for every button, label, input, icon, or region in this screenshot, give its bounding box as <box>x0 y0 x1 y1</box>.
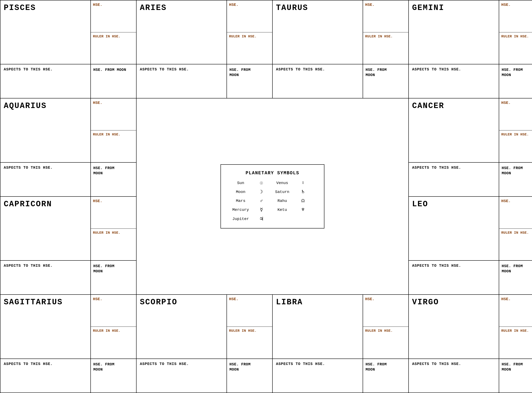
capricorn-hse-from-label: HSE. FROMMOON <box>93 264 114 274</box>
cancer-name: CANCER <box>409 98 499 112</box>
sagittarius-sign-cell: SAGITTARIUS <box>0 295 91 359</box>
gemini-hse-label: HSE. <box>499 0 532 32</box>
virgo-hse-cell: HSE. RULER IN HSE. <box>499 295 532 359</box>
scorpio-hse-label: HSE. <box>227 295 272 327</box>
sagittarius-hse-from-label: HSE. FROMMOON <box>93 362 114 372</box>
scorpio-aspects-label: ASPECTS TO THIS HSE. <box>140 362 189 366</box>
sagittarius-aspects-cell: ASPECTS TO THIS HSE. <box>0 359 91 393</box>
aquarius-sign-cell: AQUARIUS <box>0 98 91 162</box>
leo-ruler-label: RULER IN HSE. <box>499 229 532 260</box>
planet-mercury-symbol: ☿ <box>256 207 267 213</box>
gemini-ruler-label: RULER IN HSE. <box>499 32 532 64</box>
aquarius-aspects-cell: ASPECTS TO THIS HSE. <box>0 162 91 196</box>
aries-sign-cell: ARIES <box>136 0 227 64</box>
leo-name: LEO <box>409 197 499 210</box>
capricorn-sign-cell: CAPRICORN <box>0 196 91 260</box>
pisces-hse-from-cell: HSE. FROM MOON <box>91 64 136 98</box>
gemini-aspects-label: ASPECTS TO THIS HSE. <box>412 67 461 71</box>
libra-aspects-label: ASPECTS TO THIS HSE. <box>276 362 325 366</box>
gemini-name: GEMINI <box>409 0 499 14</box>
virgo-hse-label: HSE. <box>499 295 532 327</box>
taurus-sign-cell: TAURUS <box>273 0 363 64</box>
leo-hse-from-label: HSE. FROMMOON <box>502 264 523 274</box>
sagittarius-aspects-label: ASPECTS TO THIS HSE. <box>4 362 53 366</box>
pisces-hse-cell: HSE. RULER IN HSE. <box>91 0 136 64</box>
gemini-sign-cell: GEMINI <box>408 0 499 64</box>
leo-aspects-label: ASPECTS TO THIS HSE. <box>412 264 461 268</box>
taurus-hse-from-cell: HSE. FROMMOON <box>363 64 408 98</box>
cancer-hse-cell: HSE. RULER IN HSE. <box>499 98 532 162</box>
gemini-aspects-cell: ASPECTS TO THIS HSE. <box>408 64 499 98</box>
aries-hse-cell: HSE. RULER IN HSE. <box>227 0 273 64</box>
sagittarius-hse-from-cell: HSE. FROMMOON <box>91 359 136 393</box>
pisces-name: PISCES <box>0 0 90 14</box>
virgo-aspects-label: ASPECTS TO THIS HSE. <box>412 362 461 366</box>
virgo-hse-from-cell: HSE. FROMMOON <box>499 359 532 393</box>
planet-mars-name: Mars <box>229 199 252 203</box>
aquarius-aspects-label: ASPECTS TO THIS HSE. <box>4 166 53 170</box>
aquarius-name: AQUARIUS <box>0 98 90 112</box>
cancer-hse-label: HSE. <box>499 98 532 130</box>
virgo-sign-cell: VIRGO <box>408 295 499 359</box>
sagittarius-hse-label: HSE. <box>91 295 136 327</box>
libra-hse-cell: HSE. RULER IN HSE. <box>363 295 408 359</box>
cancer-ruler-label: RULER IN HSE. <box>499 130 532 162</box>
planet-moon-symbol: ☽ <box>256 189 267 195</box>
planet-rahu-symbol: ☊ <box>298 198 308 204</box>
taurus-aspects-label: ASPECTS TO THIS HSE. <box>276 67 325 71</box>
taurus-hse-label: HSE. <box>363 0 408 32</box>
gemini-hse-from-cell: HSE. FROMMOON <box>499 64 532 98</box>
pisces-sign-cell: PISCES <box>0 0 91 64</box>
main-grid: PISCES HSE. RULER IN HSE. ARIES HSE. RUL… <box>0 0 532 393</box>
aries-name: ARIES <box>137 0 227 14</box>
scorpio-hse-cell: HSE. RULER IN HSE. <box>227 295 273 359</box>
leo-hse-label: HSE. <box>499 197 532 229</box>
virgo-ruler-label: RULER IN HSE. <box>499 327 532 359</box>
taurus-aspects-cell: ASPECTS TO THIS HSE. <box>273 64 363 98</box>
libra-ruler-label: RULER IN HSE. <box>363 327 408 359</box>
aquarius-hse-label: HSE. <box>91 98 136 130</box>
capricorn-hse-from-cell: HSE. FROMMOON <box>91 260 136 295</box>
cancer-aspects-label: ASPECTS TO THIS HSE. <box>412 166 461 170</box>
planet-venus-symbol: ♀ <box>298 180 308 186</box>
capricorn-ruler-label: RULER IN HSE. <box>91 229 136 260</box>
taurus-name: TAURUS <box>273 0 363 14</box>
aquarius-hse-cell: HSE. RULER IN HSE. <box>91 98 136 162</box>
sagittarius-name: SAGITTARIUS <box>0 295 90 308</box>
leo-hse-from-cell: HSE. FROMMOON <box>499 260 532 295</box>
taurus-hse-cell: HSE. RULER IN HSE. <box>363 0 408 64</box>
planetary-title: PLANETARY SYMBOLS <box>229 171 316 176</box>
libra-sign-cell: LIBRA <box>273 295 363 359</box>
leo-aspects-cell: ASPECTS TO THIS HSE. <box>408 260 499 295</box>
cancer-hse-from-cell: HSE. FROMMOON <box>499 162 532 196</box>
pisces-aspects-label: ASPECTS TO THIS HSE. <box>4 67 53 71</box>
taurus-hse-from-label: HSE. FROMMOON <box>366 67 387 78</box>
sagittarius-ruler-label: RULER IN HSE. <box>91 327 136 359</box>
aries-hse-from-label: HSE. FROMMOON <box>229 67 251 78</box>
cancer-hse-from-label: HSE. FROMMOON <box>502 166 523 176</box>
capricorn-hse-label: HSE. <box>91 197 136 229</box>
pisces-hse-label: HSE. <box>91 0 136 32</box>
planet-saturn-symbol: ♄ <box>298 189 308 195</box>
scorpio-name: SCORPIO <box>137 295 227 308</box>
sagittarius-hse-cell: HSE. RULER IN HSE. <box>91 295 136 359</box>
aries-ruler-label: RULER IN HSE. <box>227 32 272 64</box>
libra-hse-from-cell: HSE. FROMMOON <box>363 359 408 393</box>
capricorn-aspects-cell: ASPECTS TO THIS HSE. <box>0 260 91 295</box>
scorpio-sign-cell: SCORPIO <box>136 295 227 359</box>
leo-sign-cell: LEO <box>408 196 499 260</box>
planet-ketu-name: Ketu <box>271 207 294 212</box>
capricorn-hse-cell: HSE. RULER IN HSE. <box>91 196 136 260</box>
aquarius-ruler-label: RULER IN HSE. <box>91 130 136 162</box>
planet-venus-name: Venus <box>271 181 294 185</box>
leo-hse-cell: HSE. RULER IN HSE. <box>499 196 532 260</box>
virgo-hse-from-label: HSE. FROMMOON <box>502 362 523 372</box>
gemini-hse-from-label: HSE. FROMMOON <box>502 67 523 78</box>
libra-name: LIBRA <box>273 295 363 308</box>
capricorn-aspects-label: ASPECTS TO THIS HSE. <box>4 264 53 268</box>
cancer-sign-cell: CANCER <box>408 98 499 162</box>
taurus-ruler-label: RULER IN HSE. <box>363 32 408 64</box>
planet-rahu-name: Rahu <box>271 199 294 203</box>
scorpio-hse-from-cell: HSE. FROMMOON <box>227 359 273 393</box>
planet-sun-name: Sun <box>229 181 252 185</box>
